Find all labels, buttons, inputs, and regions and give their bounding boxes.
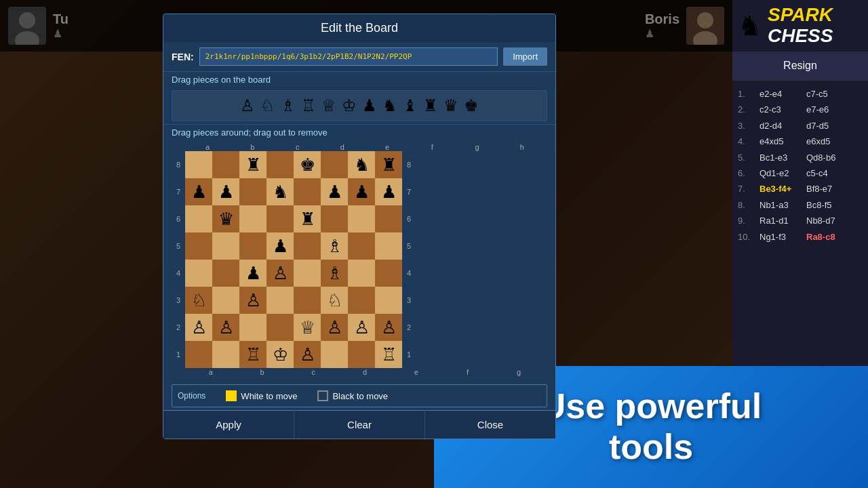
cell-h7[interactable]: ♟ — [375, 178, 402, 205]
cell-a3[interactable]: ♘ — [185, 287, 212, 314]
cell-f6[interactable] — [321, 205, 348, 232]
edit-board-dialog: Edit the Board FEN: Import Drag pieces o… — [163, 14, 556, 439]
black-to-move-option[interactable]: Black to move — [317, 390, 388, 401]
cell-a6[interactable] — [185, 205, 212, 232]
cell-c1[interactable]: ♖ — [239, 341, 267, 368]
cell-f4[interactable]: ♗ — [321, 260, 348, 287]
cell-e7[interactable] — [294, 178, 321, 205]
apply-button[interactable]: Apply — [163, 410, 294, 439]
palette-black-bishop[interactable]: ♝ — [403, 96, 418, 115]
cell-f7[interactable]: ♟ — [321, 178, 348, 205]
clear-button[interactable]: Clear — [294, 410, 425, 439]
cell-e8[interactable]: ♚ — [294, 151, 321, 178]
cell-f2[interactable]: ♙ — [321, 314, 348, 341]
cell-d6[interactable] — [267, 205, 294, 232]
palette-white-rook[interactable]: ♖ — [301, 96, 316, 115]
rank-3-right: 3 — [402, 287, 416, 314]
promo-line2: tools — [609, 427, 693, 466]
palette-black-king[interactable]: ♚ — [464, 96, 479, 115]
cell-e1[interactable]: ♙ — [294, 341, 321, 368]
move-white: Bc1-e3 — [760, 150, 804, 165]
cell-d1[interactable]: ♔ — [267, 341, 294, 368]
cell-f3[interactable]: ♘ — [321, 287, 348, 314]
cell-a4[interactable] — [185, 260, 212, 287]
white-to-move-option[interactable]: White to move — [226, 390, 297, 401]
resign-button[interactable]: Resign — [732, 52, 868, 81]
rank-6: 6 — [172, 205, 185, 232]
drag-around-label: Drag pieces around; drag out to remove — [163, 124, 555, 140]
cell-d2[interactable] — [267, 314, 294, 341]
cell-c3[interactable]: ♙ — [239, 287, 267, 314]
cell-c5[interactable] — [239, 232, 267, 260]
palette-white-king[interactable]: ♔ — [342, 96, 357, 115]
cell-c2[interactable] — [239, 314, 267, 341]
cell-d7[interactable]: ♞ — [267, 178, 294, 205]
cell-g5[interactable] — [348, 232, 375, 260]
cell-f1[interactable] — [321, 341, 348, 368]
cell-g6[interactable] — [348, 205, 375, 232]
cell-g1[interactable] — [348, 341, 375, 368]
cell-b6[interactable]: ♛ — [212, 205, 239, 232]
cell-e2[interactable]: ♕ — [294, 314, 321, 341]
cell-b3[interactable] — [212, 287, 239, 314]
cell-c8[interactable]: ♜ — [239, 151, 267, 178]
cell-d5[interactable]: ♟ — [267, 232, 294, 260]
file-f-bot: f — [442, 368, 494, 376]
cell-h6[interactable] — [375, 205, 402, 232]
palette-black-rook[interactable]: ♜ — [423, 96, 438, 115]
rank-8: 8 — [172, 151, 185, 178]
palette-black-pawn[interactable]: ♟ — [362, 96, 377, 115]
cell-a7[interactable]: ♟ — [185, 178, 212, 205]
cell-g2[interactable]: ♙ — [348, 314, 375, 341]
palette-black-knight[interactable]: ♞ — [382, 96, 397, 115]
palette-black-queen[interactable]: ♛ — [443, 96, 458, 115]
cell-e6[interactable]: ♜ — [294, 205, 321, 232]
move-black: Bf8-e7 — [806, 181, 832, 197]
cell-d4[interactable]: ♙ — [267, 260, 294, 287]
move-row-1: 1. e2-e4 c7-c5 — [738, 86, 863, 102]
cell-a1[interactable] — [185, 341, 212, 368]
rank-6-right: 6 — [402, 205, 416, 232]
import-button[interactable]: Import — [503, 47, 547, 66]
cell-g7[interactable]: ♟ — [348, 178, 375, 205]
cell-f5[interactable]: ♗ — [321, 232, 348, 260]
cell-d8[interactable] — [267, 151, 294, 178]
rank-4: 4 — [172, 260, 185, 287]
cell-c6[interactable] — [239, 205, 267, 232]
cell-e5[interactable] — [294, 232, 321, 260]
cell-h4[interactable] — [375, 260, 402, 287]
cell-a5[interactable] — [185, 232, 212, 260]
palette-white-pawn[interactable]: ♙ — [240, 96, 255, 115]
cell-b5[interactable] — [212, 232, 239, 260]
palette-white-bishop[interactable]: ♗ — [281, 96, 296, 115]
black-to-move-checkbox[interactable] — [317, 390, 328, 401]
palette-white-queen[interactable]: ♕ — [321, 96, 336, 115]
cell-b7[interactable]: ♟ — [212, 178, 239, 205]
cell-e4[interactable] — [294, 260, 321, 287]
cell-b4[interactable] — [212, 260, 239, 287]
palette-white-knight[interactable]: ♘ — [260, 96, 275, 115]
cell-a2[interactable]: ♙ — [185, 314, 212, 341]
cell-c7[interactable] — [239, 178, 267, 205]
cell-h8[interactable]: ♜ — [375, 151, 402, 178]
move-white: Qd1-e2 — [760, 165, 804, 181]
cell-b2[interactable]: ♙ — [212, 314, 239, 341]
cell-g3[interactable] — [348, 287, 375, 314]
cell-f8[interactable] — [321, 151, 348, 178]
cell-h5[interactable] — [375, 232, 402, 260]
cell-g8[interactable]: ♞ — [348, 151, 375, 178]
fen-input[interactable] — [199, 47, 498, 66]
cell-h3[interactable] — [375, 287, 402, 314]
cell-c4[interactable]: ♟ — [239, 260, 267, 287]
cell-a8[interactable] — [185, 151, 212, 178]
cell-d3[interactable] — [267, 287, 294, 314]
cell-e3[interactable] — [294, 287, 321, 314]
white-to-move-checkbox[interactable] — [226, 390, 237, 401]
cell-h1[interactable]: ♖ — [375, 341, 402, 368]
move-black: c7-c5 — [806, 86, 828, 102]
close-button[interactable]: Close — [425, 410, 555, 439]
cell-h2[interactable]: ♙ — [375, 314, 402, 341]
cell-b1[interactable] — [212, 341, 239, 368]
cell-g4[interactable] — [348, 260, 375, 287]
cell-b8[interactable] — [212, 151, 239, 178]
